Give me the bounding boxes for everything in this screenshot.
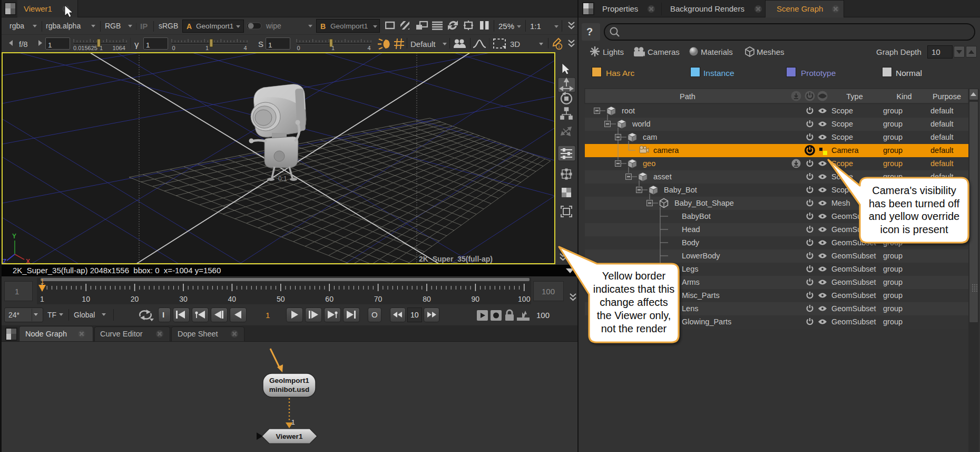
svg-text:Arms: Arms [682, 278, 700, 286]
svg-text:Body: Body [682, 238, 700, 247]
svg-text:group: group [883, 291, 903, 300]
svg-text:Lens: Lens [682, 304, 698, 313]
svg-text:group: group [883, 318, 903, 326]
svg-text:GeoImport1: GeoImport1 [269, 377, 309, 384]
svg-text:geo: geo [643, 159, 655, 168]
svg-text:group: group [883, 186, 903, 194]
svg-text:default: default [930, 186, 954, 194]
svg-text:Scope: Scope [831, 120, 853, 128]
svg-text:Misc_Parts: Misc_Parts [682, 291, 720, 300]
svg-text:GeomSubset: GeomSubset [831, 291, 876, 300]
svg-text:minibot.usd: minibot.usd [269, 386, 310, 393]
svg-text:default: default [930, 146, 954, 155]
svg-text:default: default [930, 107, 954, 115]
svg-text:i: i [558, 44, 560, 50]
svg-text:Head: Head [682, 225, 700, 234]
svg-text:Legs: Legs [682, 265, 698, 273]
svg-text:group: group [883, 238, 903, 247]
svg-text:GeomSubset: GeomSubset [831, 278, 876, 286]
svg-text:Scope: Scope [831, 107, 853, 115]
svg-text:Scope: Scope [831, 133, 853, 141]
svg-text:camera: camera [653, 146, 679, 155]
svg-text:Baby_Bot_Shape: Baby_Bot_Shape [674, 199, 734, 207]
svg-text:root: root [622, 107, 635, 115]
svg-text:world: world [632, 120, 651, 128]
svg-text:asset: asset [653, 172, 672, 181]
svg-text:GeomSubset: GeomSubset [831, 252, 876, 260]
svg-text:group: group [883, 304, 903, 313]
svg-text:Scope: Scope [831, 172, 853, 181]
svg-text:GeomSubset: GeomSubset [831, 304, 876, 313]
svg-text:Path: Path [680, 92, 695, 101]
svg-text:group: group [883, 212, 903, 220]
svg-text:Glowing_Parts: Glowing_Parts [682, 318, 731, 326]
svg-text:Type: Type [846, 92, 863, 101]
svg-text:group: group [883, 199, 903, 207]
svg-text:Scope: Scope [831, 159, 853, 168]
svg-text:GeomSubset: GeomSubset [831, 225, 876, 234]
svg-text:group: group [883, 252, 903, 260]
svg-text:Kind: Kind [896, 92, 912, 101]
svg-text:1: 1 [291, 419, 295, 426]
svg-text:default: default [930, 133, 954, 141]
svg-text:default: default [930, 172, 954, 181]
svg-text:GeomSubset: GeomSubset [831, 238, 876, 247]
svg-text:1: 1 [41, 278, 44, 285]
svg-text:group: group [883, 107, 903, 115]
svg-text:group: group [883, 265, 903, 273]
svg-text:GeomSubset: GeomSubset [831, 265, 876, 273]
svg-text:default: default [930, 199, 954, 207]
svg-text:GeomSubset: GeomSubset [831, 212, 876, 220]
svg-text:default: default [930, 120, 954, 128]
svg-text:group: group [883, 159, 903, 168]
svg-text:GeomSubset: GeomSubset [831, 318, 876, 326]
svg-text:cam: cam [643, 133, 657, 141]
svg-text:group: group [883, 120, 903, 128]
svg-text:default: default [930, 159, 954, 168]
svg-text:group: group [883, 146, 903, 155]
svg-text:LowerBody: LowerBody [682, 252, 720, 260]
svg-text:group: group [883, 225, 903, 234]
svg-text:Viewer1: Viewer1 [276, 432, 303, 440]
svg-text:group: group [883, 133, 903, 141]
svg-text:Camera: Camera [831, 146, 859, 155]
svg-text:BabyBot: BabyBot [682, 212, 711, 220]
svg-text:Baby_Bot: Baby_Bot [664, 186, 697, 194]
svg-text:Mesh: Mesh [831, 199, 850, 207]
svg-text:group: group [883, 278, 903, 286]
svg-text:group: group [883, 172, 903, 181]
svg-text:Scope: Scope [831, 186, 853, 194]
svg-text:Purpose: Purpose [933, 92, 961, 101]
